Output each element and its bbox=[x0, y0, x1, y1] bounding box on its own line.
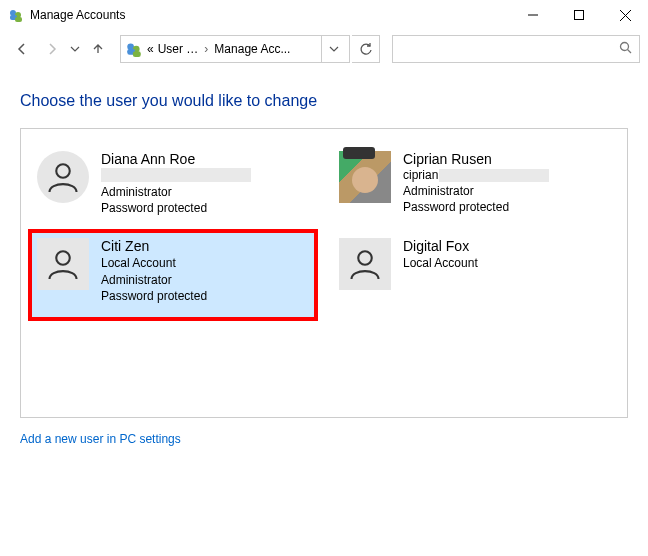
titlebar: Manage Accounts bbox=[0, 0, 648, 30]
accounts-icon bbox=[125, 40, 143, 58]
account-detail: Administrator bbox=[101, 184, 251, 200]
search-input[interactable] bbox=[392, 35, 640, 63]
breadcrumb-seg2[interactable]: Manage Acc... bbox=[214, 42, 290, 56]
account-info: Digital FoxLocal Account bbox=[403, 238, 478, 271]
account-info: Diana Ann RoeAdministratorPassword prote… bbox=[101, 151, 251, 216]
add-user-link[interactable]: Add a new user in PC settings bbox=[20, 432, 181, 446]
account-detail: Local Account bbox=[403, 255, 478, 271]
svg-rect-11 bbox=[133, 51, 141, 57]
refresh-button[interactable] bbox=[352, 35, 380, 63]
account-name: Diana Ann Roe bbox=[101, 151, 251, 167]
minimize-button[interactable] bbox=[510, 0, 556, 30]
breadcrumb[interactable]: « User … › Manage Acc... bbox=[120, 35, 350, 63]
back-button[interactable] bbox=[8, 35, 36, 63]
svg-point-12 bbox=[621, 42, 629, 50]
svg-point-14 bbox=[56, 164, 70, 178]
avatar bbox=[339, 151, 391, 203]
window-title: Manage Accounts bbox=[30, 8, 125, 22]
svg-point-15 bbox=[56, 252, 70, 266]
account-name: Digital Fox bbox=[403, 238, 478, 254]
account-detail: Administrator bbox=[403, 183, 549, 199]
avatar bbox=[37, 238, 89, 290]
account-tile[interactable]: Citi ZenLocal AccountAdministratorPasswo… bbox=[31, 232, 315, 318]
account-detail: Password protected bbox=[101, 288, 207, 304]
account-name: Ciprian Rusen bbox=[403, 151, 549, 167]
content: Choose the user you would like to change… bbox=[0, 68, 648, 456]
account-tile[interactable]: Digital FoxLocal Account bbox=[333, 232, 617, 318]
svg-line-13 bbox=[628, 49, 632, 53]
svg-rect-3 bbox=[15, 17, 22, 22]
avatar bbox=[339, 238, 391, 290]
chevron-right-icon[interactable]: › bbox=[204, 42, 208, 56]
account-detail: Administrator bbox=[101, 272, 207, 288]
up-button[interactable] bbox=[84, 35, 112, 63]
svg-point-16 bbox=[358, 252, 372, 266]
page-heading: Choose the user you would like to change bbox=[20, 92, 628, 110]
account-tile[interactable]: Diana Ann RoeAdministratorPassword prote… bbox=[31, 145, 315, 222]
close-button[interactable] bbox=[602, 0, 648, 30]
account-email-redacted bbox=[101, 168, 251, 182]
account-name: Citi Zen bbox=[101, 238, 207, 254]
account-detail: Password protected bbox=[403, 199, 549, 215]
svg-rect-5 bbox=[575, 11, 584, 20]
account-info: Citi ZenLocal AccountAdministratorPasswo… bbox=[101, 238, 207, 304]
navbar: « User … › Manage Acc... bbox=[0, 30, 648, 68]
avatar bbox=[37, 151, 89, 203]
search-icon bbox=[619, 41, 633, 58]
accounts-icon bbox=[8, 7, 24, 23]
account-tile[interactable]: Ciprian RusenciprianAdministratorPasswor… bbox=[333, 145, 617, 222]
account-detail: Password protected bbox=[101, 200, 251, 216]
breadcrumb-seg1[interactable]: User … bbox=[158, 42, 199, 56]
maximize-button[interactable] bbox=[556, 0, 602, 30]
breadcrumb-prefix: « bbox=[147, 42, 154, 56]
breadcrumb-dropdown-button[interactable] bbox=[321, 36, 345, 62]
accounts-panel: Diana Ann RoeAdministratorPassword prote… bbox=[20, 128, 628, 418]
account-detail: Local Account bbox=[101, 255, 207, 271]
forward-button[interactable] bbox=[38, 35, 66, 63]
recent-locations-button[interactable] bbox=[68, 35, 82, 63]
account-info: Ciprian RusenciprianAdministratorPasswor… bbox=[403, 151, 549, 215]
window-controls bbox=[510, 0, 648, 30]
account-email: ciprian bbox=[403, 168, 549, 182]
